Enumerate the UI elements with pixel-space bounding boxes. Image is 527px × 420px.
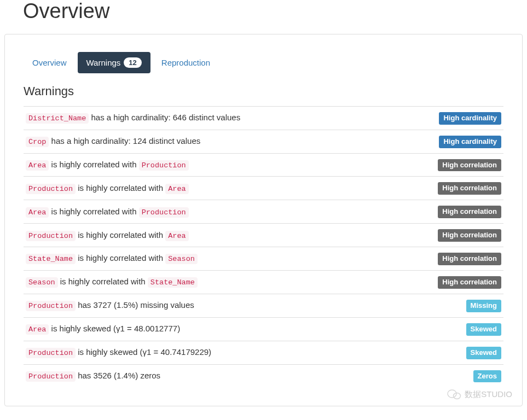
warning-message: Area is highly correlated with Productio… (24, 153, 405, 177)
variable-name[interactable]: District_Name (26, 113, 89, 124)
watermark-text: 数据STUDIO (465, 389, 512, 400)
warning-message: Area is highly skewed (γ1 = 48.0012777) (24, 317, 405, 341)
warning-tag-badge: Skewed (466, 347, 501, 359)
table-row: Production has 3526 (1.4%) zerosZeros (24, 364, 503, 387)
warning-message: Production is highly correlated with Are… (24, 177, 405, 200)
warning-message: Production is highly skewed (γ1 = 40.741… (24, 341, 405, 364)
warning-message: Season is highly correlated with State_N… (24, 271, 405, 294)
warning-tag-badge: High correlation (438, 159, 501, 172)
variable-name[interactable]: Season (165, 254, 198, 264)
warning-message: Production is highly correlated with Are… (24, 224, 405, 247)
warning-tag-badge: High cardinality (439, 136, 501, 148)
warning-message: Crop has a high cardinality: 124 distinc… (24, 130, 405, 153)
table-row: Area is highly correlated with Productio… (24, 153, 503, 177)
variable-name[interactable]: Production (26, 184, 76, 194)
warning-tag-badge: High correlation (438, 253, 501, 265)
table-row: Crop has a high cardinality: 124 distinc… (24, 130, 503, 153)
warning-tag-badge: Zeros (473, 370, 501, 383)
table-row: Production is highly skewed (γ1 = 40.741… (24, 341, 503, 364)
table-row: Production is highly correlated with Are… (24, 224, 503, 247)
variable-name[interactable]: Production (139, 160, 189, 171)
warning-tag-cell: High correlation (405, 247, 503, 271)
table-row: Area is highly correlated with Productio… (24, 200, 503, 224)
variable-name[interactable]: Production (139, 207, 189, 218)
page-title: Overview (23, 0, 527, 23)
warning-tag-badge: High cardinality (439, 112, 501, 125)
warning-tag-cell: High correlation (405, 271, 503, 294)
tab-reproduction[interactable]: Reproduction (153, 52, 219, 73)
warning-tag-cell: Missing (405, 294, 503, 317)
warnings-heading: Warnings (24, 84, 503, 98)
warning-tag-cell: High correlation (405, 200, 503, 224)
warning-tag-badge: Skewed (466, 323, 501, 336)
warning-message: Area is highly correlated with Productio… (24, 200, 405, 224)
variable-name[interactable]: Crop (26, 137, 49, 147)
table-row: Area is highly skewed (γ1 = 48.0012777)S… (24, 317, 503, 341)
variable-name[interactable]: Area (165, 231, 188, 241)
variable-name[interactable]: Production (26, 231, 76, 241)
svg-point-1 (454, 393, 461, 399)
warning-message: State_Name is highly correlated with Sea… (24, 247, 405, 271)
warning-tag-badge: High correlation (438, 182, 501, 195)
variable-name[interactable]: Season (26, 277, 58, 288)
warning-tag-badge: High correlation (438, 206, 501, 218)
table-row: Production has 3727 (1.5%) missing value… (24, 294, 503, 317)
warning-tag-cell: High correlation (405, 177, 503, 200)
tab-count-badge: 12 (124, 57, 141, 68)
variable-name[interactable]: Production (26, 371, 76, 382)
warning-tag-cell: Skewed (405, 317, 503, 341)
warning-tag-cell: High cardinality (405, 106, 503, 130)
warning-tag-cell: Zeros (405, 364, 503, 387)
watermark: 数据STUDIO (447, 388, 512, 400)
table-row: District_Name has a high cardinality: 64… (24, 106, 503, 130)
variable-name[interactable]: State_Name (148, 277, 198, 288)
warning-tag-cell: High correlation (405, 224, 503, 247)
warnings-table: District_Name has a high cardinality: 64… (24, 106, 503, 388)
variable-name[interactable]: Area (26, 207, 49, 218)
nav-tabs: OverviewWarnings12Reproduction (24, 52, 503, 73)
warning-tag-badge: High correlation (438, 276, 501, 289)
warning-tag-cell: High cardinality (405, 130, 503, 153)
tab-label: Warnings (86, 58, 121, 67)
svg-point-0 (448, 390, 456, 398)
variable-name[interactable]: State_Name (26, 254, 76, 264)
warning-tag-badge: High correlation (438, 229, 501, 242)
tab-label: Overview (32, 58, 67, 67)
overview-panel: OverviewWarnings12Reproduction Warnings … (4, 34, 523, 407)
warning-message: Production has 3727 (1.5%) missing value… (24, 294, 405, 317)
warning-tag-cell: High correlation (405, 153, 503, 177)
warning-tag-badge: Missing (466, 300, 501, 312)
variable-name[interactable]: Area (26, 324, 49, 335)
table-row: Season is highly correlated with State_N… (24, 271, 503, 294)
wechat-icon (447, 388, 461, 400)
table-row: State_Name is highly correlated with Sea… (24, 247, 503, 271)
warning-message: District_Name has a high cardinality: 64… (24, 106, 405, 130)
tab-warnings[interactable]: Warnings12 (78, 52, 150, 73)
variable-name[interactable]: Area (26, 160, 49, 171)
variable-name[interactable]: Production (26, 348, 76, 358)
variable-name[interactable]: Production (26, 301, 76, 311)
variable-name[interactable]: Area (165, 184, 188, 194)
warning-message: Production has 3526 (1.4%) zeros (24, 364, 405, 387)
tab-overview[interactable]: Overview (24, 52, 76, 73)
warning-tag-cell: Skewed (405, 341, 503, 364)
tab-label: Reproduction (161, 58, 210, 67)
table-row: Production is highly correlated with Are… (24, 177, 503, 200)
